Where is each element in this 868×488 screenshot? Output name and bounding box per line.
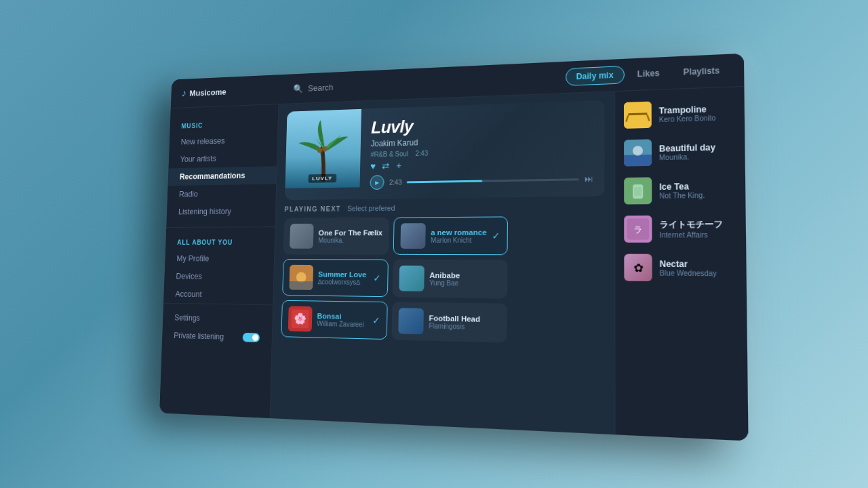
search-placeholder: Search xyxy=(308,82,334,93)
track-card-football-head[interactable]: Football Head Flamingosis xyxy=(391,302,507,342)
svg-rect-18 xyxy=(634,187,642,196)
check-icon: ✓ xyxy=(373,272,381,283)
sidebar-bottom: Settings Private listening xyxy=(162,303,273,348)
track-thumb-anibabe xyxy=(399,266,424,291)
track-thumb-bonsai: 🌸 xyxy=(288,306,313,332)
sidebar-item-your-artists[interactable]: Your artists xyxy=(168,148,277,169)
tab-playlists[interactable]: Playlists xyxy=(673,62,730,81)
svg-rect-5 xyxy=(289,281,313,290)
progress-fill xyxy=(407,180,482,183)
track-card-a-new-romance[interactable]: a new romance Marlon Knicht ✓ xyxy=(393,216,508,255)
track-thumb-one-for-the-faelix xyxy=(290,224,314,249)
sidebar-divider xyxy=(166,226,275,228)
track-thumb-summer-love xyxy=(289,265,313,290)
logo: ♪ Musicome xyxy=(181,83,287,99)
track-card-title: Anibabe xyxy=(429,270,500,279)
mix-info-raito-motif: ライトモチーフ Internet Affairs xyxy=(659,218,736,239)
sidebar-item-listening-history[interactable]: Listening history xyxy=(167,202,276,221)
mix-title: Nectar xyxy=(660,259,737,270)
track-card-title: Summer Love xyxy=(318,270,368,278)
mix-artist: Blue Wednesday xyxy=(660,269,737,278)
right-panel: LUVLY Luvly Joakim Karud #R&B & Soul 2:4… xyxy=(270,92,614,434)
sidebar-item-devices[interactable]: Devices xyxy=(164,267,274,286)
perspective-container: ♪ Musicome 🔍 Search Daily mix Likes Play… xyxy=(0,0,868,488)
track-card-info: a new romance Marlon Knicht xyxy=(431,228,487,243)
track-card-artist: ∆coolworxsys∆ xyxy=(318,278,368,286)
logo-icon: ♪ xyxy=(181,87,186,99)
track-card-artist: Yung Bae xyxy=(429,279,500,287)
mix-thumb-raito-motif: ラ xyxy=(624,216,652,243)
app-window: ♪ Musicome 🔍 Search Daily mix Likes Play… xyxy=(159,54,748,441)
spacer xyxy=(512,216,604,300)
check-icon: ✓ xyxy=(372,315,380,326)
mix-item-nectar[interactable]: ✿ Nectar Blue Wednesday xyxy=(615,248,747,288)
mix-item-beautiful-day[interactable]: Beautiful day Mounika. xyxy=(615,131,745,172)
now-playing-info: Luvly Joakim Karud #R&B & Soul 2:43 ♥ ⇄ … xyxy=(359,100,604,199)
search-icon: 🔍 xyxy=(293,83,303,94)
sidebar-section-about-you: ALL ABOUT YOU xyxy=(165,234,275,250)
mix-info-beautiful-day: Beautiful day Mounika. xyxy=(659,142,736,161)
track-card-info: One For The Fælix Mounika. xyxy=(318,228,382,244)
mix-item-ice-tea[interactable]: Ice Tea Not The King. xyxy=(615,170,745,210)
progress-bar[interactable] xyxy=(407,178,578,183)
mix-title: ライトモチーフ xyxy=(659,218,736,231)
now-playing-card: LUVLY Luvly Joakim Karud #R&B & Soul 2:4… xyxy=(285,100,604,200)
track-card-artist: Marlon Knicht xyxy=(431,236,486,243)
heart-icon[interactable]: ♥ xyxy=(370,161,376,171)
sidebar-item-settings[interactable]: Settings xyxy=(163,308,273,329)
track-thumb-football-head xyxy=(398,308,424,334)
app-name: Musicome xyxy=(189,87,226,98)
mix-artist: Mounika. xyxy=(659,152,736,161)
track-card-info: Summer Love ∆coolworxsys∆ xyxy=(318,270,368,285)
play-button[interactable]: ▶ xyxy=(370,175,384,190)
mix-thumb-beautiful-day xyxy=(624,139,652,166)
mix-info-ice-tea: Ice Tea Not The King. xyxy=(659,180,736,199)
tab-daily-mix[interactable]: Daily mix xyxy=(566,66,625,86)
tab-likes[interactable]: Likes xyxy=(627,64,670,83)
progress-section: ▶ 2:43 ⏭ xyxy=(370,171,593,190)
mix-thumb-trampoline xyxy=(624,102,652,129)
track-thumb-a-new-romance xyxy=(400,223,425,249)
track-card-artist: Flamingosis xyxy=(429,322,500,331)
mix-title: Ice Tea xyxy=(659,180,736,191)
current-time: 2:43 xyxy=(389,178,402,186)
sidebar-item-new-releases[interactable]: New releases xyxy=(169,130,277,150)
album-label: LUVLY xyxy=(309,174,337,183)
track-card-info: Bonsai William Zavareei xyxy=(317,312,368,328)
playing-next-header: PLAYING NEXT Select prefered xyxy=(284,202,604,213)
playing-next-label: PLAYING NEXT xyxy=(284,205,340,212)
mix-item-raito-motif[interactable]: ラ ライトモチーフ Internet Affairs xyxy=(615,209,746,248)
private-listening-toggle[interactable] xyxy=(243,333,260,342)
track-card-title: Bonsai xyxy=(317,312,367,321)
tracks-grid: One For The Fælix Mounika. a new romance… xyxy=(281,216,604,345)
track-card-info: Anibabe Yung Bae xyxy=(429,270,500,287)
mix-info-trampoline: Trampoline Kero Kero Bonito xyxy=(659,103,736,123)
mix-artist: Internet Affairs xyxy=(659,231,736,239)
sidebar-item-recommendations[interactable]: Recommandations xyxy=(168,166,277,186)
album-cover: LUVLY xyxy=(285,109,361,188)
sidebar-item-my-profile[interactable]: My Profile xyxy=(165,249,274,268)
mix-thumb-nectar: ✿ xyxy=(624,254,652,281)
track-card-bonsai[interactable]: 🌸 Bonsai William Zavareei ✓ xyxy=(281,300,387,340)
track-duration: 2:43 xyxy=(415,150,428,157)
mix-artist: Not The King. xyxy=(659,190,736,199)
daily-mix-list: Trampoline Kero Kero Bonito Beautiful da… xyxy=(614,87,748,441)
sidebar-item-account[interactable]: Account xyxy=(163,285,273,305)
track-card-one-for-the-faelix[interactable]: One For The Fælix Mounika. xyxy=(283,218,389,255)
skip-icon[interactable]: ⏭ xyxy=(585,174,593,184)
sidebar-item-radio[interactable]: Radio xyxy=(167,184,277,203)
select-preferred-label: Select prefered xyxy=(347,204,395,212)
mix-thumb-ice-tea xyxy=(624,177,652,204)
track-card-artist: Mounika. xyxy=(318,237,382,244)
track-card-anibabe[interactable]: Anibabe Yung Bae xyxy=(393,260,508,299)
track-card-summer-love[interactable]: Summer Love ∆coolworxsys∆ ✓ xyxy=(282,259,389,297)
add-icon[interactable]: + xyxy=(396,160,401,171)
share-icon[interactable]: ⇄ xyxy=(382,161,390,171)
track-card-artist: William Zavareei xyxy=(317,319,367,327)
playing-next-section: PLAYING NEXT Select prefered One For The… xyxy=(270,202,614,435)
search-bar[interactable]: 🔍 Search xyxy=(287,72,566,94)
private-listening-row: Private listening xyxy=(162,326,272,347)
track-genre: #R&B & Soul xyxy=(370,150,408,158)
mix-item-trampoline[interactable]: Trampoline Kero Kero Bonito xyxy=(615,92,745,134)
main-content: MUSIC New releases Your artists Recomman… xyxy=(159,87,748,441)
